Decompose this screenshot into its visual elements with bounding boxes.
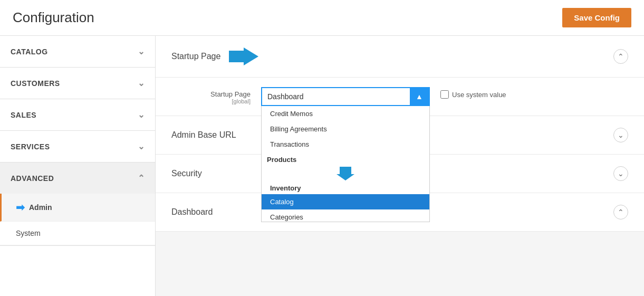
main-layout: CATALOG ⌄ CUSTOMERS ⌄ SALES ⌄ SERVICES ⌄ bbox=[0, 36, 644, 296]
sidebar-section-customers: CUSTOMERS ⌄ bbox=[0, 68, 155, 99]
dropdown-group-products: Products bbox=[262, 152, 429, 166]
use-system-value-checkbox[interactable] bbox=[440, 90, 449, 99]
blue-arrow-down-icon bbox=[337, 167, 354, 180]
sidebar-section-header-services[interactable]: SERVICES ⌄ bbox=[0, 131, 155, 162]
use-system-value-label: Use system value bbox=[452, 91, 506, 99]
sidebar: CATALOG ⌄ CUSTOMERS ⌄ SALES ⌄ SERVICES ⌄ bbox=[0, 36, 156, 296]
sidebar-item-system[interactable]: System bbox=[0, 222, 155, 245]
select-arrow-button[interactable]: ▲ bbox=[410, 87, 429, 106]
sidebar-section-advanced: ADVANCED ⌃ ➡ Admin System bbox=[0, 163, 155, 246]
sidebar-section-header-customers[interactable]: CUSTOMERS ⌄ bbox=[0, 68, 155, 99]
sidebar-section-header-sales[interactable]: SALES ⌄ bbox=[0, 99, 155, 130]
sidebar-section-header-advanced[interactable]: ADVANCED ⌃ bbox=[0, 163, 155, 194]
sidebar-section-sales: SALES ⌄ bbox=[0, 99, 155, 131]
dropdown-item-categories[interactable]: Categories bbox=[262, 209, 429, 222]
dropdown-item-transactions[interactable]: Transactions bbox=[262, 137, 429, 152]
chevron-down-icon: ⌄ bbox=[138, 141, 145, 151]
startup-page-form: Startup Page [global] Dashboard ▲ Credit… bbox=[156, 78, 644, 116]
sidebar-admin-label: Admin bbox=[29, 203, 52, 212]
startup-page-select-wrap: Dashboard ▲ Credit Memos Billing Agreeme… bbox=[261, 87, 430, 106]
dropdown-item-catalog[interactable]: Catalog bbox=[262, 194, 429, 209]
save-config-button[interactable]: Save Config bbox=[562, 8, 631, 27]
dropdown-arrow-down-area bbox=[262, 166, 429, 182]
dashboard-title: Dashboard bbox=[171, 207, 213, 217]
blue-arrow-right-icon bbox=[229, 47, 258, 65]
admin-base-url-title: Admin Base URL bbox=[171, 130, 236, 140]
sidebar-sales-label: SALES bbox=[11, 111, 36, 119]
startup-page-select[interactable]: Dashboard ▲ bbox=[261, 87, 430, 106]
main-content: Startup Page ⌃ Startup Page [global] Das… bbox=[156, 36, 644, 296]
sidebar-advanced-label: ADVANCED bbox=[11, 174, 54, 183]
sidebar-section-services: SERVICES ⌄ bbox=[0, 131, 155, 163]
startup-page-row: Startup Page ⌃ bbox=[156, 36, 644, 78]
startup-page-toggle[interactable]: ⌃ bbox=[613, 49, 628, 64]
chevron-down-icon: ⌄ bbox=[138, 78, 145, 88]
admin-base-url-label: Admin Base URL bbox=[171, 130, 236, 140]
sidebar-customers-label: CUSTOMERS bbox=[11, 79, 60, 88]
chevron-down-icon: ⌄ bbox=[138, 46, 145, 56]
security-title: Security bbox=[171, 169, 202, 178]
sidebar-services-label: SERVICES bbox=[11, 142, 50, 151]
dropdown-menu[interactable]: Credit Memos Billing Agreements Transact… bbox=[261, 106, 430, 222]
use-system-value-wrap: Use system value bbox=[440, 87, 506, 99]
startup-page-form-row: Startup Page [global] Dashboard ▲ Credit… bbox=[198, 87, 628, 106]
page-title: Configuration bbox=[13, 9, 94, 26]
admin-base-url-toggle[interactable]: ⌄ bbox=[613, 128, 628, 142]
dropdown-item-billing-agreements[interactable]: Billing Agreements bbox=[262, 121, 429, 137]
select-value: Dashboard bbox=[262, 92, 410, 101]
startup-page-form-label: Startup Page [global] bbox=[198, 87, 251, 104]
sidebar-catalog-label: CATALOG bbox=[11, 47, 48, 56]
dashboard-toggle[interactable]: ⌃ bbox=[613, 205, 628, 219]
sidebar-item-admin[interactable]: ➡ Admin bbox=[0, 194, 155, 222]
svg-marker-1 bbox=[337, 167, 354, 180]
security-label: Security bbox=[171, 169, 202, 178]
page-header: Configuration Save Config bbox=[0, 0, 644, 36]
sidebar-system-label: System bbox=[16, 229, 41, 237]
chevron-down-icon: ⌄ bbox=[138, 110, 145, 120]
security-toggle[interactable]: ⌄ bbox=[613, 166, 628, 181]
dropdown-item-credit-memos[interactable]: Credit Memos bbox=[262, 106, 429, 121]
dashboard-label: Dashboard bbox=[171, 207, 213, 217]
startup-page-title: Startup Page bbox=[171, 47, 258, 65]
arrow-right-icon: ➡ bbox=[16, 201, 25, 214]
dropdown-subgroup-inventory: Inventory bbox=[262, 182, 429, 194]
startup-page-label: Startup Page bbox=[171, 52, 220, 61]
sidebar-section-catalog: CATALOG ⌄ bbox=[0, 36, 155, 68]
chevron-up-icon: ⌃ bbox=[138, 173, 145, 183]
svg-marker-0 bbox=[229, 47, 258, 65]
sidebar-section-header-catalog[interactable]: CATALOG ⌄ bbox=[0, 36, 155, 67]
